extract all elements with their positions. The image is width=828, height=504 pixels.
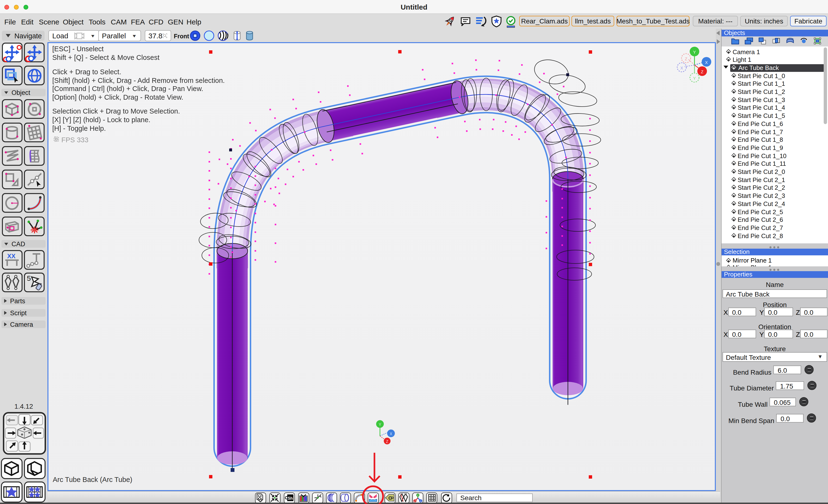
svg-text:Y: Y bbox=[417, 494, 419, 497]
svg-text:XX: XX bbox=[7, 252, 15, 260]
svg-text:X: X bbox=[680, 66, 683, 71]
svg-text:Y: Y bbox=[693, 76, 696, 81]
svg-text:5: 5 bbox=[27, 274, 31, 282]
svg-text:X: X bbox=[390, 432, 392, 436]
svg-text:X: X bbox=[705, 60, 708, 65]
svg-text:Z: Z bbox=[701, 70, 703, 74]
svg-text:Z: Z bbox=[414, 499, 416, 502]
svg-text:Z: Z bbox=[685, 57, 687, 61]
svg-text:X: X bbox=[419, 499, 421, 502]
svg-text:Z: Z bbox=[386, 440, 388, 444]
svg-text:Y: Y bbox=[693, 50, 696, 55]
svg-text:Y: Y bbox=[379, 422, 381, 427]
svg-text:Sh: Sh bbox=[287, 496, 293, 501]
